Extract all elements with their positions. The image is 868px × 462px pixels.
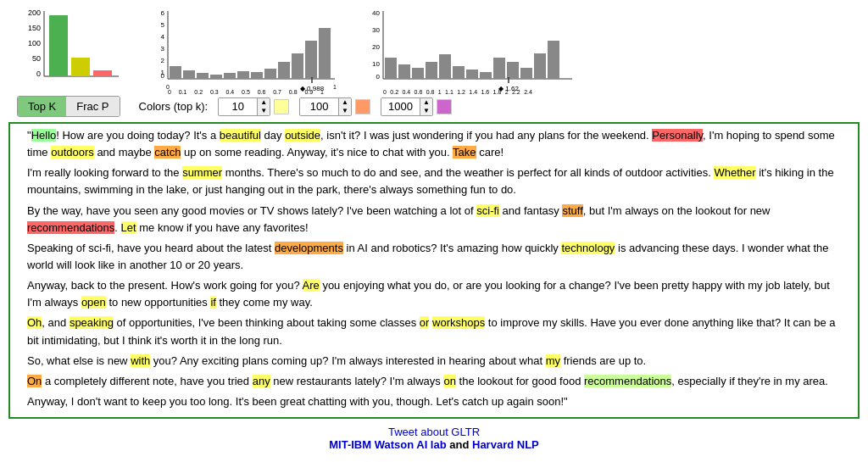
spinner-1-input[interactable] [219, 98, 257, 114]
highlight-technology: technology [561, 242, 615, 254]
svg-rect-7 [210, 75, 222, 79]
y-label: 40 [372, 9, 380, 17]
svg-rect-13 [292, 53, 303, 79]
svg-rect-26 [453, 66, 465, 79]
highlight-outdoors: outdoors [51, 146, 94, 159]
svg-rect-5 [183, 70, 195, 79]
paragraph-3: By the way, have you seen any good movie… [27, 203, 841, 237]
footer-line2: MIT-IBM Watson AI lab and Harvard NLP [7, 438, 861, 451]
highlight-beautiful: beautiful [220, 129, 261, 142]
color-swatch-3 [437, 99, 452, 114]
y-label: 150 [28, 24, 41, 32]
highlight-outside: outside [285, 129, 320, 142]
spinner-3-down[interactable]: ▼ [420, 107, 432, 115]
bar-red [93, 70, 112, 76]
highlight-personally: Personally [652, 129, 703, 142]
y-label: 0 [376, 73, 381, 81]
paragraph-6: Oh, and speaking of opportunities, I've … [27, 314, 841, 348]
spinner-3-up[interactable]: ▲ [420, 98, 432, 107]
svg-rect-15 [319, 28, 331, 79]
svg-rect-23 [412, 68, 424, 79]
spinner-group-1: ▲ ▼ [218, 97, 289, 116]
svg-rect-21 [385, 58, 397, 79]
lab1-link[interactable]: MIT-IBM Watson AI lab [329, 438, 446, 451]
chart3: 40 30 20 10 0 ◆ 1.62 [364, 7, 551, 87]
paragraph-9: Anyway, I don't want to keep you too lon… [27, 393, 841, 410]
top-k-button[interactable]: Top K [18, 97, 66, 116]
highlight-recommendations2: recommendations [584, 375, 671, 387]
text-content: "Hello! How are you doing today? It's a … [8, 122, 860, 419]
svg-rect-9 [237, 71, 249, 79]
spinner-3-input[interactable] [381, 98, 420, 114]
paragraph-2: I'm really looking forward to the summer… [27, 164, 841, 198]
spinner-2-arrows[interactable]: ▲ ▼ [338, 98, 351, 115]
color-swatch-1 [274, 99, 289, 114]
highlight-open: open [81, 296, 106, 309]
highlight-summer: summer [182, 166, 222, 179]
paragraph-8: On a completely different note, have you… [27, 373, 841, 390]
spinner-group-3: ▲ ▼ [381, 97, 452, 116]
svg-rect-14 [305, 41, 317, 79]
footer-line1: Tweet about GLTR [7, 426, 861, 438]
spinner-1-down[interactable]: ▼ [258, 107, 270, 115]
tweet-link[interactable]: Tweet about GLTR [388, 426, 480, 438]
chart3-xaxis: 0 0.2 0.4 0.6 0.8 1 1.1 1.2 1.4 1.6 1.8 … [364, 89, 551, 95]
svg-rect-33 [548, 41, 559, 79]
y-label: 50 [32, 54, 41, 63]
svg-rect-28 [480, 72, 492, 79]
highlight-oh: Oh [27, 316, 42, 329]
chart2-xaxis: 0 0.1 0.2 0.3 0.4 0.5 0.6 0.7 0.8 0.9 1 [153, 89, 339, 95]
footer: Tweet about GLTR MIT-IBM Watson AI lab a… [0, 419, 868, 458]
y-label: 0 [161, 72, 165, 80]
svg-rect-10 [251, 72, 263, 79]
spinner-2[interactable]: ▲ ▼ [299, 97, 352, 116]
spinner-group-2: ▲ ▼ [299, 97, 370, 116]
spinner-3[interactable]: ▲ ▼ [381, 97, 433, 116]
highlight-hello: Hello [31, 129, 57, 142]
svg-text:1: 1 [333, 84, 337, 90]
svg-rect-29 [493, 58, 505, 79]
paragraph-4: Speaking of sci-fi, have you heard about… [27, 240, 841, 274]
chart2: 6 5 4 3 2 1 0 ◆ 0.988 [153, 7, 339, 87]
frac-p-button[interactable]: Frac P [66, 97, 119, 116]
spinner-2-input[interactable] [300, 98, 338, 114]
paragraph-7: So, what else is new with you? Any excit… [27, 353, 841, 370]
svg-rect-22 [398, 64, 410, 79]
lab2-link[interactable]: Harvard NLP [472, 438, 539, 451]
y-label: 200 [28, 8, 41, 17]
highlight-speaking: speaking [70, 316, 114, 329]
paragraph-5: Anyway, back to the present. How's work … [27, 277, 841, 311]
highlight-any: any [253, 375, 270, 387]
svg-rect-24 [426, 62, 437, 79]
chart1: 200 150 100 50 0 [17, 7, 127, 87]
highlight-on2: on [443, 375, 455, 387]
color-swatch-2 [355, 99, 370, 114]
y-label: 30 [372, 26, 380, 34]
spinner-1-arrows[interactable]: ▲ ▼ [257, 98, 270, 115]
bar-yellow [71, 58, 90, 76]
spinner-1-up[interactable]: ▲ [258, 98, 270, 107]
paragraph-1: "Hello! How are you doing today? It's a … [27, 127, 841, 161]
svg-rect-4 [170, 66, 181, 79]
svg-rect-11 [264, 69, 276, 79]
svg-rect-6 [197, 73, 209, 79]
highlight-recommendations: recommendations [27, 221, 114, 234]
spinner-1[interactable]: ▲ ▼ [218, 97, 270, 116]
mode-toggle: Top K Frac P [17, 96, 120, 117]
y-label: 0 [36, 70, 41, 78]
highlight-or: or [420, 316, 430, 329]
y-label: 3 [161, 45, 165, 53]
highlight-catch: catch [154, 146, 181, 159]
highlight-whether: Whether [714, 166, 755, 179]
spinner-2-up[interactable]: ▲ [339, 98, 351, 107]
spinner-2-down[interactable]: ▼ [339, 107, 351, 115]
chart3-svg: 40 30 20 10 0 ◆ 1.62 [364, 7, 576, 96]
colors-label: Colors (top k): [139, 100, 209, 113]
spinner-3-arrows[interactable]: ▲ ▼ [420, 98, 432, 115]
svg-rect-32 [534, 53, 546, 79]
highlight-are: Are [303, 279, 320, 292]
svg-rect-25 [439, 54, 451, 79]
chart2-svg: 6 5 4 3 2 1 0 ◆ 0.988 [153, 7, 339, 96]
highlight-with: with [131, 354, 150, 367]
y-label: 5 [161, 21, 165, 29]
